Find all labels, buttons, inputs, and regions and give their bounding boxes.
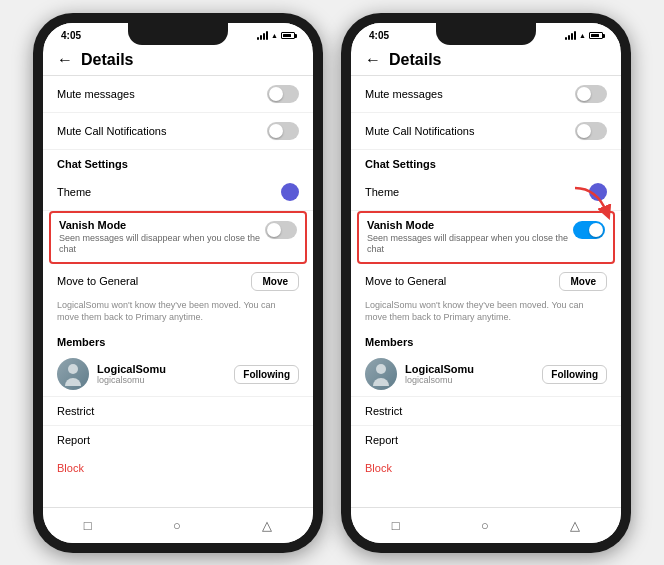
restrict-row-2[interactable]: Restrict — [351, 396, 621, 425]
move-note-2: LogicalSomu won't know they've been move… — [351, 299, 621, 330]
member-name-1: LogicalSomu — [97, 363, 226, 375]
phone-comparison: 4:05 ▲ ← Details — [33, 13, 631, 553]
vanish-toggle-2[interactable] — [573, 221, 605, 239]
report-row-1[interactable]: Report — [43, 425, 313, 454]
time-2: 4:05 — [369, 30, 389, 41]
mute-messages-row-2: Mute messages — [351, 76, 621, 113]
content-1: Mute messages Mute Call Notifications Ch… — [43, 76, 313, 500]
mute-messages-toggle-2[interactable] — [575, 85, 607, 103]
vanish-wrapper-2: Vanish Mode Seen messages will disappear… — [351, 211, 621, 264]
block-row-2[interactable]: Block — [351, 454, 621, 482]
phone-1: 4:05 ▲ ← Details — [33, 13, 323, 553]
block-row-1[interactable]: Block — [43, 454, 313, 482]
vanish-section-2: Vanish Mode Seen messages will disappear… — [357, 211, 615, 264]
theme-row-1: Theme — [43, 174, 313, 211]
back-button-2[interactable]: ← — [365, 51, 381, 69]
bottom-nav-2: □ ○ △ — [351, 507, 621, 543]
member-row-2: LogicalSomu logicalsomu Following — [351, 352, 621, 396]
phone-2-screen: 4:05 ▲ ← Details — [351, 23, 621, 543]
mute-calls-toggle-1[interactable] — [267, 122, 299, 140]
content-2: Mute messages Mute Call Notifications Ch… — [351, 76, 621, 500]
chat-settings-header-1: Chat Settings — [43, 150, 313, 174]
vanish-text-2: Vanish Mode Seen messages will disappear… — [367, 219, 573, 256]
nav-triangle-2[interactable]: △ — [570, 518, 580, 533]
move-label-1: Move to General — [57, 275, 138, 287]
nav-triangle-1[interactable]: △ — [262, 518, 272, 533]
mute-calls-label-1: Mute Call Notifications — [57, 125, 166, 137]
theme-dot-1[interactable] — [281, 183, 299, 201]
header-1: ← Details — [43, 45, 313, 76]
mute-calls-toggle-2[interactable] — [575, 122, 607, 140]
bottom-nav-1: □ ○ △ — [43, 507, 313, 543]
move-button-2[interactable]: Move — [559, 272, 607, 291]
nav-square-2[interactable]: □ — [392, 518, 400, 533]
battery-icon-1 — [281, 32, 295, 39]
vanish-text-1: Vanish Mode Seen messages will disappear… — [59, 219, 265, 256]
avatar-2 — [365, 358, 397, 390]
member-info-1: LogicalSomu logicalsomu — [97, 363, 226, 385]
theme-label-2: Theme — [365, 186, 399, 198]
page-title-2: Details — [389, 51, 441, 69]
theme-dot-2[interactable] — [589, 183, 607, 201]
mute-calls-row-2: Mute Call Notifications — [351, 113, 621, 150]
members-header-2: Members — [351, 330, 621, 352]
vanish-title-2: Vanish Mode — [367, 219, 573, 231]
member-name-2: LogicalSomu — [405, 363, 534, 375]
vanish-section-1: Vanish Mode Seen messages will disappear… — [49, 211, 307, 264]
member-info-2: LogicalSomu logicalsomu — [405, 363, 534, 385]
wifi-icon-1: ▲ — [271, 32, 278, 39]
chat-settings-header-2: Chat Settings — [351, 150, 621, 174]
members-header-1: Members — [43, 330, 313, 352]
vanish-toggle-1[interactable] — [265, 221, 297, 239]
vanish-sub-1: Seen messages will disappear when you cl… — [59, 233, 265, 256]
nav-circle-1[interactable]: ○ — [173, 518, 181, 533]
theme-label-1: Theme — [57, 186, 91, 198]
page-title-1: Details — [81, 51, 133, 69]
back-button-1[interactable]: ← — [57, 51, 73, 69]
wifi-icon-2: ▲ — [579, 32, 586, 39]
member-handle-1: logicalsomu — [97, 375, 226, 385]
time-1: 4:05 — [61, 30, 81, 41]
restrict-row-1[interactable]: Restrict — [43, 396, 313, 425]
signal-icon-1 — [257, 31, 268, 40]
move-note-1: LogicalSomu won't know they've been move… — [43, 299, 313, 330]
mute-messages-toggle-1[interactable] — [267, 85, 299, 103]
mute-calls-row-1: Mute Call Notifications — [43, 113, 313, 150]
member-row-1: LogicalSomu logicalsomu Following — [43, 352, 313, 396]
move-to-general-1: Move to General Move — [43, 264, 313, 299]
signal-icon-2 — [565, 31, 576, 40]
mute-calls-label-2: Mute Call Notifications — [365, 125, 474, 137]
status-bar-1: 4:05 ▲ — [43, 23, 313, 45]
phone-1-screen: 4:05 ▲ ← Details — [43, 23, 313, 543]
status-icons-2: ▲ — [565, 31, 603, 40]
vanish-row-1: Vanish Mode Seen messages will disappear… — [59, 219, 297, 256]
nav-square-1[interactable]: □ — [84, 518, 92, 533]
report-row-2[interactable]: Report — [351, 425, 621, 454]
status-icons-1: ▲ — [257, 31, 295, 40]
status-bar-2: 4:05 ▲ — [351, 23, 621, 45]
following-button-2[interactable]: Following — [542, 365, 607, 384]
avatar-1 — [57, 358, 89, 390]
mute-messages-label-1: Mute messages — [57, 88, 135, 100]
move-button-1[interactable]: Move — [251, 272, 299, 291]
theme-row-2: Theme — [351, 174, 621, 211]
vanish-row-2: Vanish Mode Seen messages will disappear… — [367, 219, 605, 256]
header-2: ← Details — [351, 45, 621, 76]
nav-circle-2[interactable]: ○ — [481, 518, 489, 533]
mute-messages-label-2: Mute messages — [365, 88, 443, 100]
vanish-title-1: Vanish Mode — [59, 219, 265, 231]
following-button-1[interactable]: Following — [234, 365, 299, 384]
battery-icon-2 — [589, 32, 603, 39]
move-to-general-2: Move to General Move — [351, 264, 621, 299]
mute-messages-row-1: Mute messages — [43, 76, 313, 113]
member-handle-2: logicalsomu — [405, 375, 534, 385]
move-label-2: Move to General — [365, 275, 446, 287]
phone-2: 4:05 ▲ ← Details — [341, 13, 631, 553]
vanish-sub-2: Seen messages will disappear when you cl… — [367, 233, 573, 256]
